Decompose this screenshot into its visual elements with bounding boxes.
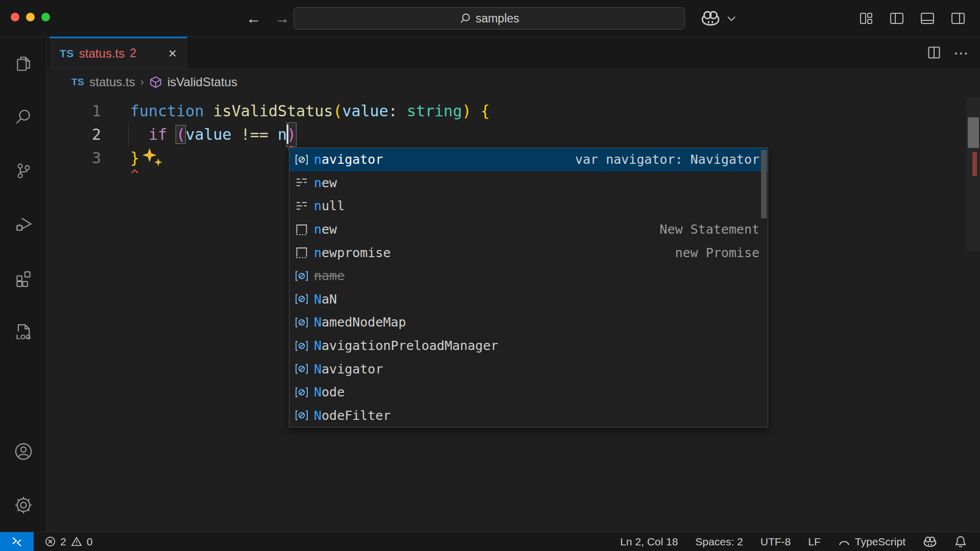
navigate-forward-icon[interactable]: → xyxy=(275,11,290,26)
indentation-status[interactable]: Spaces: 2 xyxy=(695,536,743,548)
language-status-arc-icon xyxy=(838,538,850,545)
output-log-icon[interactable]: LOG xyxy=(0,305,47,358)
explorer-icon[interactable] xyxy=(0,37,47,90)
code-token: } xyxy=(130,146,139,170)
suggest-item-navigator[interactable]: Navigator xyxy=(289,357,768,381)
problems-status[interactable]: 2 0 xyxy=(45,536,92,548)
chevron-down-icon[interactable] xyxy=(727,15,736,21)
line-number: 3 xyxy=(47,146,130,170)
minimize-window-button[interactable] xyxy=(26,13,35,21)
code-line[interactable]: 2 if (value !== n) xyxy=(47,123,980,146)
close-window-button[interactable] xyxy=(11,13,19,21)
settings-gear-icon[interactable] xyxy=(0,478,47,532)
code-token: value xyxy=(185,126,231,143)
breadcrumb-separator: › xyxy=(140,76,144,89)
split-editor-icon[interactable] xyxy=(927,45,941,60)
code-token: ( xyxy=(176,126,185,143)
copilot-icon[interactable] xyxy=(700,10,721,27)
copilot-status-icon[interactable] xyxy=(923,536,937,548)
search-sidebar-icon[interactable] xyxy=(0,90,47,144)
code-token: { xyxy=(480,102,489,120)
code-text: } xyxy=(130,146,165,170)
command-center-search[interactable]: samples xyxy=(293,7,685,30)
code-token: ( xyxy=(333,102,342,120)
code-token xyxy=(232,126,241,143)
toggle-panel-icon[interactable] xyxy=(919,10,936,27)
suggest-item-name[interactable]: name xyxy=(289,264,768,288)
remote-indicator[interactable] xyxy=(0,532,34,551)
code-token: : xyxy=(388,102,407,120)
tab-bar: TS status.ts 2 × ⋯ xyxy=(47,37,980,69)
extensions-icon[interactable] xyxy=(0,251,47,305)
code-token xyxy=(167,126,176,143)
suggest-label: navigator xyxy=(314,152,383,167)
error-count: 2 xyxy=(60,536,66,548)
editor-scrollbar-thumb[interactable] xyxy=(968,117,979,148)
breadcrumb-file[interactable]: status.ts xyxy=(89,75,135,89)
symbol-variable-icon xyxy=(294,268,309,284)
code-token xyxy=(130,126,149,143)
close-tab-icon[interactable]: × xyxy=(168,46,177,61)
suggest-label: newpromise xyxy=(314,245,391,260)
suggest-detail: New Statement xyxy=(644,222,760,237)
suggest-item-nan[interactable]: NaN xyxy=(289,288,768,311)
symbol-keyword-icon xyxy=(294,198,309,214)
navigate-back-icon[interactable]: ← xyxy=(246,11,261,26)
code-token: string xyxy=(407,102,462,120)
symbol-variable-icon xyxy=(294,315,309,330)
code-text: function isValidStatus(value: string) { xyxy=(130,99,489,123)
breadcrumb: TS status.ts › isValidStatus xyxy=(47,69,980,95)
more-actions-icon[interactable]: ⋯ xyxy=(953,44,970,62)
accounts-icon[interactable] xyxy=(0,424,47,478)
notifications-bell-icon[interactable] xyxy=(954,535,967,548)
suggest-item-navigator[interactable]: navigatorvar navigator: Navigator xyxy=(289,148,768,171)
code-token: !== xyxy=(241,126,268,143)
symbol-variable-icon xyxy=(294,408,309,423)
suggest-item-newpromise[interactable]: newpromisenew Promise xyxy=(289,241,768,264)
eol-status[interactable]: LF xyxy=(808,536,821,548)
tab-label: status.ts xyxy=(79,46,125,61)
suggest-scrollbar-thumb[interactable] xyxy=(761,150,767,218)
customize-layout-icon[interactable] xyxy=(857,10,875,27)
suggest-widget: navigatorvar navigator: Navigatornewnull… xyxy=(289,147,768,428)
suggest-item-navigationpreloadmanager[interactable]: NavigationPreloadManager xyxy=(289,334,768,358)
code-line[interactable]: 1function isValidStatus(value: string) { xyxy=(47,99,980,123)
zoom-window-button[interactable] xyxy=(41,13,50,21)
suggest-label: Navigator xyxy=(314,362,383,377)
suggest-item-node[interactable]: Node xyxy=(289,381,768,404)
suggest-item-new[interactable]: new xyxy=(289,171,768,195)
suggest-label: NamedNodeMap xyxy=(314,315,406,330)
line-number: 2 xyxy=(47,123,130,146)
suggest-item-nodefilter[interactable]: NodeFilter xyxy=(289,404,768,428)
activity-bar: LOG xyxy=(0,37,47,532)
source-control-icon[interactable] xyxy=(0,144,47,197)
code-token: ) xyxy=(462,102,471,120)
error-icon xyxy=(45,536,56,547)
symbol-variable-icon xyxy=(294,338,309,354)
symbol-variable-icon xyxy=(294,291,309,307)
toggle-secondary-sidebar-icon[interactable] xyxy=(949,10,967,27)
suggest-label: NaN xyxy=(314,292,337,307)
breadcrumb-symbol[interactable]: isValidStatus xyxy=(167,75,237,89)
warning-icon xyxy=(71,536,82,547)
typescript-file-icon: TS xyxy=(71,77,84,88)
vscode-window: ← → samples xyxy=(0,0,980,551)
suggest-item-new[interactable]: newNew Statement xyxy=(289,218,768,241)
suggest-item-null[interactable]: null xyxy=(289,194,768,218)
tab-status-ts[interactable]: TS status.ts 2 × xyxy=(50,37,187,68)
typescript-file-icon: TS xyxy=(60,47,74,60)
cursor-position-status[interactable]: Ln 2, Col 18 xyxy=(620,536,678,548)
encoding-status[interactable]: UTF-8 xyxy=(761,536,791,548)
copilot-sparkle-icon[interactable] xyxy=(141,147,165,167)
run-debug-icon[interactable] xyxy=(0,197,47,251)
suggest-label: new xyxy=(314,222,337,237)
tab-error-badge: 2 xyxy=(130,46,136,60)
suggest-label: NavigationPreloadManager xyxy=(314,338,498,353)
code-token: if xyxy=(149,126,167,143)
toggle-primary-sidebar-icon[interactable] xyxy=(888,10,905,27)
suggest-item-namednodemap[interactable]: NamedNodeMap xyxy=(289,311,768,334)
code-token: isValidStatus xyxy=(213,102,333,120)
language-status[interactable]: TypeScript xyxy=(838,536,905,548)
window-controls xyxy=(11,13,50,21)
suggest-detail: new Promise xyxy=(659,245,760,260)
